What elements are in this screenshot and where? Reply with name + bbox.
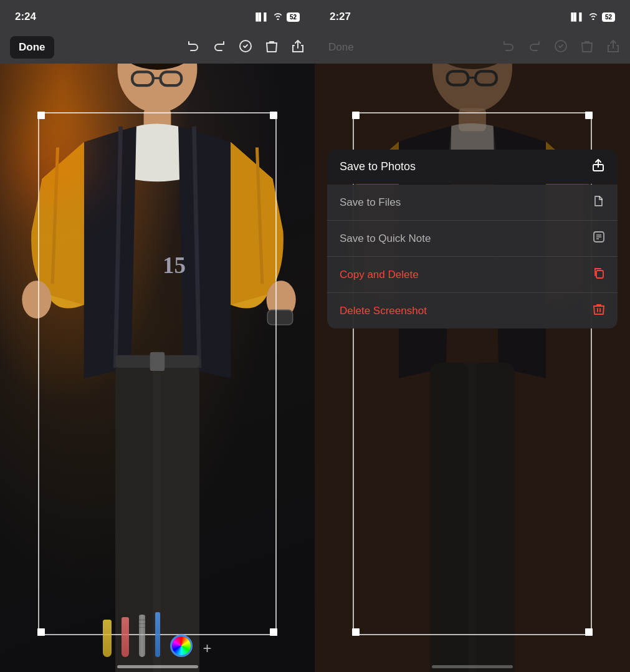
svg-rect-19 bbox=[267, 310, 292, 325]
right-status-icons: ▐▌▌ 52 bbox=[568, 12, 615, 22]
left-time: 2:24 bbox=[15, 11, 36, 23]
pencil-tool[interactable] bbox=[139, 615, 145, 657]
left-status-bar: 2:24 ▐▌▌ 52 bbox=[0, 0, 315, 31]
right-toolbar-icons bbox=[502, 39, 620, 56]
save-to-quick-note-label: Save to Quick Note bbox=[340, 233, 431, 245]
files-icon bbox=[593, 194, 605, 210]
save-to-photos-icon bbox=[591, 158, 605, 175]
right-undo-icon bbox=[502, 39, 515, 56]
pen-tool[interactable] bbox=[122, 617, 129, 657]
left-image-area: 15 bbox=[0, 64, 315, 672]
copy-and-delete-item[interactable]: Copy and Delete bbox=[327, 256, 618, 292]
copy-and-delete-label: Copy and Delete bbox=[340, 269, 419, 281]
highlighter-tool[interactable] bbox=[103, 620, 112, 657]
right-battery: 52 bbox=[602, 12, 615, 22]
signal-icon: ▐▌▌ bbox=[253, 12, 269, 21]
markup-icon[interactable] bbox=[239, 39, 252, 56]
left-photo-background: 15 bbox=[0, 64, 315, 672]
add-tool-button[interactable]: + bbox=[203, 640, 211, 657]
menu-separator-group: Save to Files Save to Quick Note Copy an… bbox=[327, 185, 618, 329]
left-toolbar: Done bbox=[0, 31, 315, 64]
color-picker[interactable] bbox=[170, 635, 193, 657]
wifi-icon bbox=[273, 12, 283, 22]
left-status-icons: ▐▌▌ 52 bbox=[253, 12, 300, 22]
right-done-button[interactable]: Done bbox=[325, 36, 358, 59]
left-done-button[interactable]: Done bbox=[10, 36, 54, 59]
delete-screenshot-item[interactable]: Delete Screenshot bbox=[327, 292, 618, 329]
delete-screenshot-icon bbox=[593, 303, 605, 319]
right-image-area: 15 Save to Photos bbox=[315, 64, 630, 672]
left-phone-panel: 2:24 ▐▌▌ 52 Done bbox=[0, 0, 315, 672]
right-delete-icon bbox=[580, 39, 594, 56]
delete-icon[interactable] bbox=[265, 39, 279, 56]
svg-text:15: 15 bbox=[163, 252, 186, 278]
left-home-indicator bbox=[117, 665, 198, 668]
marker-tool[interactable] bbox=[155, 612, 160, 657]
left-tools-bar: + bbox=[0, 607, 315, 657]
right-phone-panel: 2:27 ▐▌▌ 52 Done bbox=[315, 0, 630, 672]
left-battery: 52 bbox=[287, 12, 300, 22]
right-time: 2:27 bbox=[330, 11, 351, 23]
svg-rect-21 bbox=[150, 352, 165, 371]
right-markup-icon bbox=[554, 39, 568, 56]
copy-delete-icon bbox=[593, 267, 605, 282]
redo-icon[interactable] bbox=[212, 39, 226, 56]
share-icon[interactable] bbox=[291, 39, 305, 56]
right-share-icon bbox=[606, 39, 620, 56]
save-to-quick-note-item[interactable]: Save to Quick Note bbox=[327, 220, 618, 256]
right-redo-icon bbox=[528, 39, 542, 56]
svg-point-16 bbox=[22, 281, 51, 319]
right-signal-icon: ▐▌▌ bbox=[568, 12, 585, 21]
right-toolbar: Done bbox=[315, 31, 630, 64]
right-wifi-icon bbox=[588, 12, 598, 22]
save-to-files-item[interactable]: Save to Files bbox=[327, 185, 618, 220]
save-to-photos-label: Save to Photos bbox=[340, 160, 416, 173]
save-to-photos-item[interactable]: Save to Photos bbox=[327, 150, 618, 184]
undo-icon[interactable] bbox=[186, 39, 200, 56]
share-dropdown-menu: Save to Photos Save to Files Save to Qui… bbox=[327, 150, 618, 329]
save-to-files-label: Save to Files bbox=[340, 196, 401, 209]
delete-screenshot-label: Delete Screenshot bbox=[340, 305, 427, 317]
right-status-bar: 2:27 ▐▌▌ 52 bbox=[315, 0, 630, 31]
quick-note-icon bbox=[593, 231, 605, 246]
svg-rect-42 bbox=[596, 271, 603, 278]
left-toolbar-icons bbox=[186, 39, 305, 56]
